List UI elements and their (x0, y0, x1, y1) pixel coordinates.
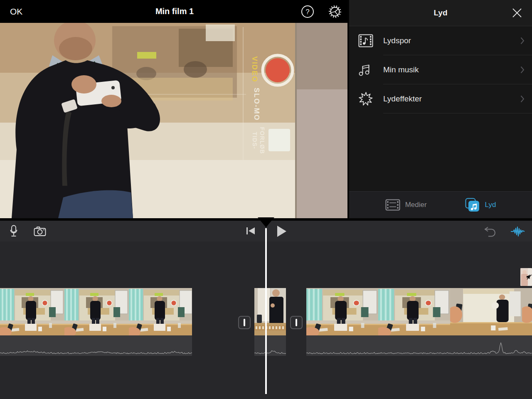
clip-thumbnails (254, 288, 286, 335)
project-title: Min film 1 (0, 0, 349, 23)
help-button[interactable]: ? (300, 4, 315, 20)
music-note-icon (465, 198, 480, 212)
tab-audio-label: Lyd (485, 201, 496, 209)
project-settings-button[interactable] (327, 4, 343, 20)
panel-row-label: Min musik (383, 65, 419, 74)
chevron-right-icon (520, 95, 525, 103)
video-clip-1[interactable] (0, 288, 192, 356)
playhead[interactable] (265, 228, 267, 394)
close-panel-button[interactable] (511, 7, 523, 19)
filmstrip-note-icon (358, 34, 377, 47)
audio-panel: Lyd Lydspor (349, 0, 532, 218)
transition-bar (296, 319, 297, 326)
chevron-right-icon (520, 37, 525, 44)
panel-row-label: Lydspor (383, 36, 411, 45)
camera-mode-slomo-label: SLO-MO (253, 88, 261, 121)
panel-row-sound-effects[interactable]: Lydeffekter (349, 84, 532, 113)
camera-mode-video-label: VIDEO (251, 57, 259, 83)
audio-waveform-icon (511, 226, 525, 237)
camera-icon (34, 226, 46, 236)
video-clip-2[interactable] (254, 288, 286, 356)
preview-frame: VIDEO SLO-MO TIDS- FORLØB (0, 23, 348, 218)
record-voiceover-button[interactable] (7, 224, 20, 238)
audio-waveform-toggle-button[interactable] (510, 225, 525, 237)
muted-speaker-icon (526, 274, 532, 280)
panel-title: Lyd (349, 0, 532, 26)
clip-audio-waveform (0, 335, 192, 356)
clip-audio-waveform (254, 335, 286, 356)
clip-thumbnails (0, 288, 192, 335)
tab-audio[interactable]: Lyd (465, 198, 496, 212)
panel-tab-bar: Medier Lyd (349, 191, 532, 218)
camera-mode-timelapse-label-2: FORLØB (259, 127, 266, 154)
audio-panel-header: Lyd (349, 0, 532, 26)
close-icon (512, 8, 522, 18)
video-preview[interactable]: VIDEO SLO-MO TIDS- FORLØB (0, 23, 348, 218)
playhead-notch (258, 217, 274, 227)
skip-to-start-icon (246, 227, 255, 235)
gear-icon (327, 4, 343, 20)
clip-audio-waveform (306, 335, 532, 356)
undo-icon (483, 226, 496, 237)
panel-row-my-music[interactable]: Min musik (349, 55, 532, 84)
clip-thumbnails (306, 288, 532, 335)
undo-button[interactable] (483, 225, 496, 237)
chevron-right-icon (520, 66, 525, 74)
detached-overlay-clip[interactable] (520, 268, 532, 286)
music-note-icon (358, 63, 377, 76)
tab-media[interactable]: Medier (385, 199, 427, 211)
camera-button[interactable] (33, 226, 47, 237)
video-clip-3[interactable] (306, 288, 532, 356)
play-button[interactable] (276, 225, 287, 237)
microphone-icon (9, 224, 19, 238)
transition-bar (244, 319, 245, 326)
transition-button-2[interactable] (290, 316, 303, 329)
tab-media-label: Medier (405, 201, 427, 209)
play-icon (276, 225, 287, 237)
transition-button-1[interactable] (238, 316, 251, 329)
panel-row-label: Lydeffekter (383, 94, 422, 103)
starburst-icon (358, 91, 377, 106)
svg-text:?: ? (305, 8, 309, 16)
filmstrip-icon (385, 199, 400, 211)
camera-mode-timelapse-label-1: TIDS- (251, 132, 258, 149)
help-icon: ? (300, 5, 315, 19)
skip-to-start-button[interactable] (246, 227, 255, 235)
panel-row-soundtracks[interactable]: Lydspor (349, 26, 532, 55)
top-bar: OK Min film 1 ? (0, 0, 349, 23)
